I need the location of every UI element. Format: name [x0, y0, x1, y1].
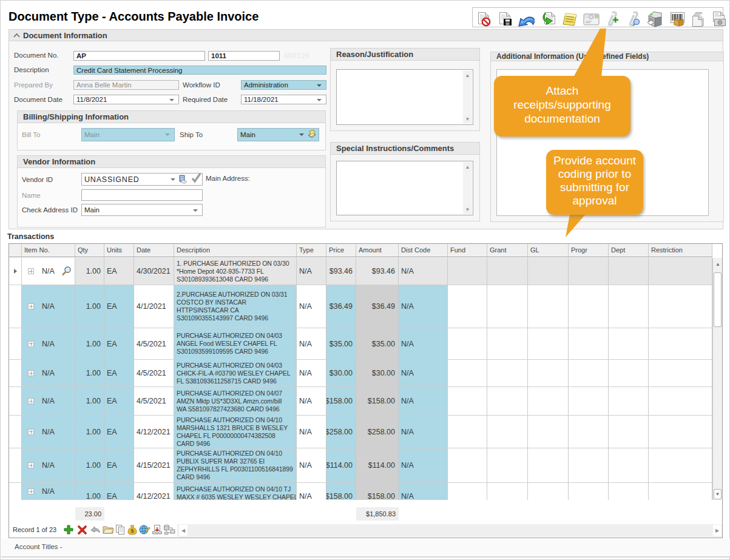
svg-text:$: $	[130, 528, 133, 534]
